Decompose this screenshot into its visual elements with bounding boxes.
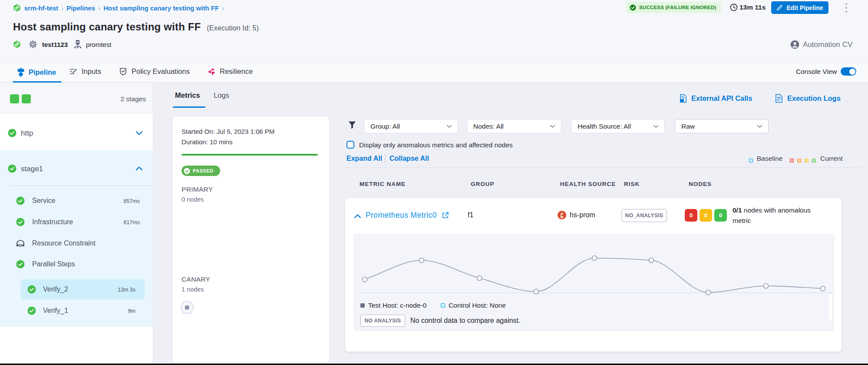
- svg-text:API: API: [680, 100, 684, 102]
